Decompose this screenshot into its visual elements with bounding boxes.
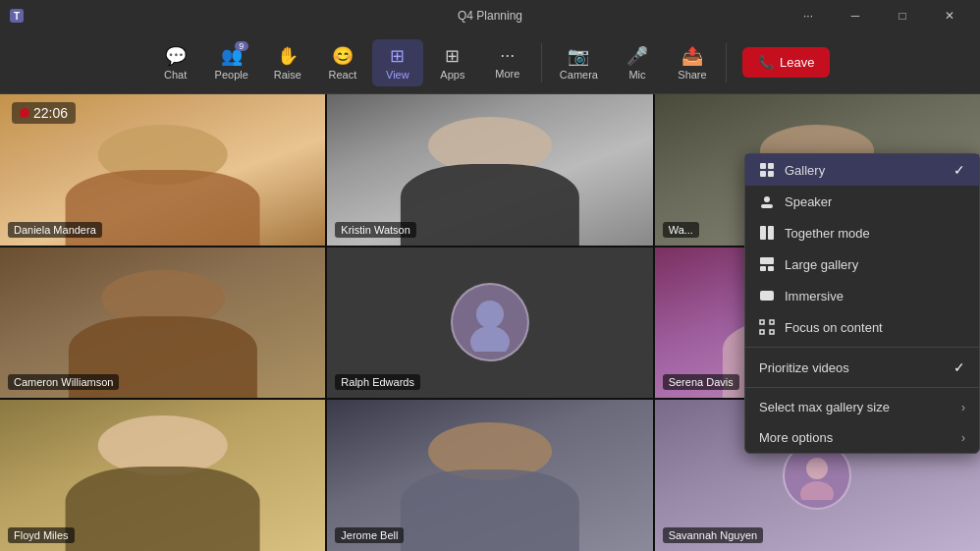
menu-item-focus[interactable]: Focus on content <box>745 311 979 343</box>
svg-rect-21 <box>770 330 774 334</box>
svg-rect-19 <box>770 320 774 324</box>
gallery-check: ✓ <box>953 162 965 178</box>
menu-item-gallery[interactable]: Gallery ✓ <box>745 154 979 186</box>
immersive-icon <box>759 288 775 303</box>
svg-rect-18 <box>760 320 764 324</box>
menu-item-more-options[interactable]: More options › <box>745 422 979 453</box>
toolbar-people[interactable]: 👥9 People <box>205 39 258 86</box>
toolbar: 💬 Chat 👥9 People ✋ Raise 😊 React ⊞ View … <box>0 31 980 94</box>
minimize-button[interactable]: ─ <box>833 0 878 31</box>
svg-rect-20 <box>760 330 764 334</box>
toolbar-raise[interactable]: ✋ Raise <box>262 39 313 86</box>
together-icon <box>759 225 775 241</box>
gallery-size-arrow: › <box>961 401 965 414</box>
toolbar-share[interactable]: 📤 Share <box>667 39 718 86</box>
toolbar-apps[interactable]: ⊞ Apps <box>427 39 478 86</box>
apps-label: Apps <box>440 69 464 81</box>
toolbar-mic[interactable]: 🎤 Mic <box>612 39 663 86</box>
svg-rect-17 <box>760 291 774 301</box>
maximize-button[interactable]: □ <box>880 0 925 31</box>
raise-icon: ✋ <box>277 45 299 67</box>
chat-icon: 💬 <box>165 45 187 67</box>
main-content: 22:06 Daniela Mandera Kristin Watson Wa. <box>0 94 980 551</box>
more-label: More <box>495 68 519 80</box>
dropdown-overlay: Gallery ✓ Speaker <box>0 94 980 551</box>
leave-button[interactable]: 📞 Leave <box>742 47 830 78</box>
toolbar-divider <box>541 43 542 83</box>
menu-item-gallery-size[interactable]: Select max gallery size › 4 people 9 peo… <box>745 392 979 422</box>
large-gallery-label: Large gallery <box>785 257 858 272</box>
camera-label: Camera <box>560 69 598 81</box>
window-title: Q4 Planning <box>458 9 522 23</box>
view-label: View <box>386 69 409 81</box>
react-label: React <box>328 69 356 81</box>
gallery-icon <box>759 162 775 178</box>
view-icon: ⊞ <box>390 45 405 67</box>
more-options-arrow: › <box>961 431 965 445</box>
more-options-label: More options <box>759 430 833 445</box>
prioritize-check: ✓ <box>953 359 965 375</box>
share-icon: 📤 <box>681 45 703 67</box>
prioritize-label: Prioritize videos <box>759 360 849 375</box>
svg-rect-15 <box>760 266 766 271</box>
focus-label: Focus on content <box>785 320 883 335</box>
menu-item-speaker[interactable]: Speaker <box>745 186 979 217</box>
close-button[interactable]: ✕ <box>927 0 972 31</box>
immersive-label: Immersive <box>785 289 844 303</box>
menu-item-large-gallery[interactable]: Large gallery <box>745 248 979 280</box>
people-label: People <box>215 69 248 81</box>
apps-icon: ⊞ <box>445 45 460 67</box>
svg-rect-16 <box>768 266 774 271</box>
svg-rect-8 <box>760 171 766 177</box>
menu-divider-2 <box>745 387 979 388</box>
gallery-size-label: Select max gallery size <box>759 400 890 414</box>
toolbar-more[interactable]: ··· More <box>482 39 533 85</box>
share-label: Share <box>678 69 706 81</box>
svg-rect-13 <box>768 226 774 240</box>
menu-item-immersive[interactable]: Immersive <box>745 280 979 311</box>
toolbar-divider-2 <box>726 43 727 83</box>
svg-rect-9 <box>768 171 774 177</box>
svg-rect-14 <box>760 257 774 264</box>
speaker-label: Speaker <box>785 194 832 209</box>
chat-label: Chat <box>164 69 187 81</box>
menu-item-together[interactable]: Together mode <box>745 217 979 248</box>
gallery-label: Gallery <box>785 163 825 178</box>
toolbar-camera[interactable]: 📷 Camera <box>550 39 608 86</box>
svg-text:T: T <box>14 11 20 22</box>
teams-logo-icon: T <box>8 7 26 25</box>
more-icon: ··· <box>500 45 515 66</box>
title-bar-left: T <box>8 7 26 25</box>
menu-divider-1 <box>745 347 979 348</box>
mic-icon: 🎤 <box>626 45 648 67</box>
svg-rect-7 <box>768 163 774 169</box>
camera-icon: 📷 <box>568 45 589 67</box>
focus-icon <box>759 319 775 335</box>
window-controls: ··· ─ □ ✕ <box>786 0 972 31</box>
more-options-button[interactable]: ··· <box>786 0 831 31</box>
large-gallery-icon <box>759 256 775 272</box>
view-dropdown-menu: Gallery ✓ Speaker <box>744 153 980 454</box>
toolbar-view[interactable]: ⊞ View <box>372 39 423 86</box>
svg-rect-12 <box>760 226 766 240</box>
react-icon: 😊 <box>332 45 354 67</box>
together-label: Together mode <box>785 226 870 241</box>
title-bar: T Q4 Planning ··· ─ □ ✕ <box>0 0 980 31</box>
leave-label: Leave <box>780 55 814 70</box>
svg-rect-11 <box>761 204 773 208</box>
people-icon: 👥9 <box>221 45 243 67</box>
speaker-icon <box>759 193 775 209</box>
svg-point-10 <box>764 196 770 202</box>
svg-rect-6 <box>760 163 766 169</box>
toolbar-chat[interactable]: 💬 Chat <box>150 39 201 86</box>
raise-label: Raise <box>274 69 301 81</box>
mic-label: Mic <box>628 69 645 81</box>
leave-phone-icon: 📞 <box>758 55 774 70</box>
toolbar-react[interactable]: 😊 React <box>317 39 368 86</box>
menu-item-prioritize[interactable]: Prioritize videos ✓ <box>745 352 979 383</box>
